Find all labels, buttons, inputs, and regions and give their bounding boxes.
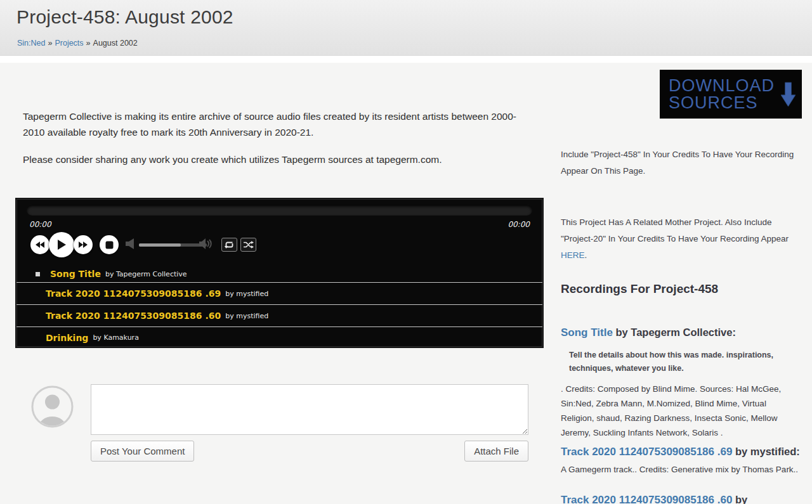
here-link[interactable]: HERE — [561, 250, 585, 260]
page-title: Project-458: August 2002 — [16, 6, 233, 28]
rewind-icon — [35, 241, 45, 249]
recording-entry: Track 2020 1124075309085186 .60 by — [561, 491, 802, 504]
track-artist: by Tapegerm Collective — [105, 270, 187, 278]
volume-low-icon — [126, 238, 134, 252]
download-sources-label: DOWNLOAD SOURCES — [669, 77, 775, 112]
current-track-marker-icon — [36, 272, 40, 276]
remaining-time: 00:00 — [508, 220, 530, 229]
attach-file-button[interactable]: Attach File — [464, 441, 528, 462]
recording-entry: Song Title by Tapegerm Collective: — [561, 324, 802, 341]
track-title[interactable]: Drinking — [46, 333, 88, 343]
loop-icon — [224, 241, 235, 249]
playlist: Song Title by Tapegerm Collective Track … — [16, 266, 542, 348]
main-content: Tapegerm Collective is making its entire… — [0, 63, 812, 504]
playlist-track[interactable]: Track 2020 1124075309085186 .60 by mysti… — [16, 305, 542, 327]
audio-player: 00:00 00:00 — [15, 198, 544, 348]
recording-credits: A Gamegerm track.. Credits: Generative m… — [561, 465, 798, 474]
volume-high-icon — [199, 238, 213, 252]
avatar — [31, 385, 74, 428]
intro-paragraph-2: Please consider sharing any work you cre… — [23, 152, 530, 167]
elapsed-time: 00:00 — [29, 220, 51, 229]
stop-icon — [105, 241, 114, 249]
playlist-track[interactable]: Track 2020 1124075309085186 .69 by mysti… — [16, 283, 542, 305]
breadcrumb-separator: » — [45, 39, 55, 48]
recording-note: Tell the details about how this was made… — [569, 349, 788, 375]
play-icon — [56, 239, 67, 250]
comment-input[interactable] — [91, 384, 528, 435]
recording-entry: Track 2020 1124075309085186 .69 by mysti… — [561, 443, 802, 478]
intro-paragraph-1: Tapegerm Collective is making its entire… — [23, 108, 530, 140]
post-comment-button[interactable]: Post Your Comment — [91, 441, 194, 462]
volume-slider[interactable] — [139, 243, 207, 247]
page: Project-458: August 2002 Sin:Ned»Project… — [0, 0, 812, 504]
breadcrumb: Sin:Ned»Projects»August 2002 — [17, 39, 138, 48]
include-credits-note: Include "Project-458" In Your Credits To… — [561, 146, 798, 179]
recordings-heading: Recordings For Project-458 — [561, 282, 718, 296]
mother-project-note: This Project Has A Related Mother Projec… — [561, 214, 802, 264]
shuffle-icon — [243, 241, 254, 249]
recording-title-link[interactable]: Song Title — [561, 326, 613, 339]
track-artist: by mystified — [225, 312, 268, 320]
track-artist: by Kamakura — [93, 333, 138, 342]
fast-forward-icon — [78, 241, 88, 249]
play-button[interactable] — [49, 232, 74, 257]
seek-bar[interactable] — [27, 205, 532, 216]
rewind-button[interactable] — [30, 235, 49, 254]
track-title[interactable]: Track 2020 1124075309085186 .69 — [46, 288, 221, 299]
breadcrumb-current: August 2002 — [93, 39, 138, 48]
playlist-track[interactable]: Drinking by Kamakura — [16, 327, 542, 348]
track-title[interactable]: Track 2020 1124075309085186 .60 — [46, 311, 221, 321]
download-sources-banner[interactable]: DOWNLOAD SOURCES — [660, 70, 802, 119]
recording-title-link[interactable]: Track 2020 1124075309085186 .60 — [561, 494, 732, 504]
stop-button[interactable] — [100, 235, 119, 254]
track-artist: by mystified — [225, 290, 268, 298]
breadcrumb-home-link[interactable]: Sin:Ned — [17, 39, 45, 48]
recording-title-link[interactable]: Track 2020 1124075309085186 .69 — [561, 446, 732, 458]
page-header: Project-458: August 2002 Sin:Ned»Project… — [0, 0, 812, 56]
track-title[interactable]: Song Title — [50, 269, 101, 279]
playlist-track-current[interactable]: Song Title by Tapegerm Collective — [16, 266, 542, 283]
download-arrow-icon — [781, 80, 796, 109]
breadcrumb-separator: » — [84, 39, 93, 48]
breadcrumb-projects-link[interactable]: Projects — [55, 39, 83, 48]
shuffle-button[interactable] — [240, 238, 256, 252]
loop-button[interactable] — [221, 238, 237, 252]
fast-forward-button[interactable] — [74, 235, 93, 254]
recording-credits: . Credits: Composed by Blind Mime. Sourc… — [561, 382, 802, 440]
volume-fill — [139, 243, 181, 247]
